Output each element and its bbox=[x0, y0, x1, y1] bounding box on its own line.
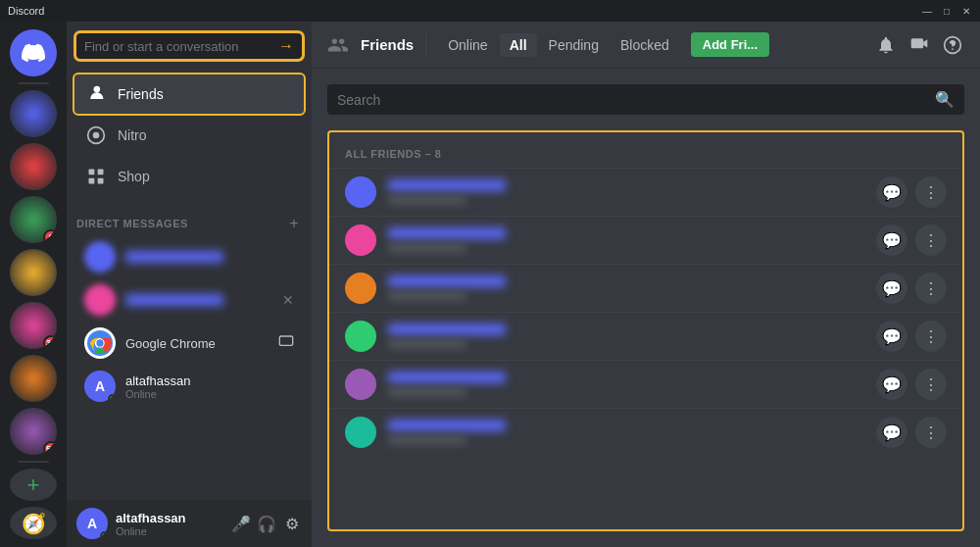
friend-more-button-1[interactable]: ⋮ bbox=[915, 176, 947, 208]
deafen-button[interactable]: 🎧 bbox=[257, 514, 276, 533]
dm-name-altaf: altafhassan bbox=[125, 373, 294, 388]
shop-label: Shop bbox=[118, 169, 150, 184]
server-icon-2[interactable] bbox=[10, 143, 57, 190]
svg-rect-11 bbox=[911, 38, 924, 48]
friend-more-button-5[interactable]: ⋮ bbox=[915, 369, 947, 400]
dm-name-2 bbox=[125, 294, 223, 306]
tab-blocked[interactable]: Blocked bbox=[611, 33, 679, 57]
friend-status-6 bbox=[388, 435, 466, 445]
add-friend-button[interactable]: Add Fri... bbox=[691, 32, 769, 57]
friend-avatar-6 bbox=[345, 417, 376, 448]
user-panel-info: altafhassan Online bbox=[116, 511, 223, 537]
friend-message-button-1[interactable]: 💬 bbox=[876, 176, 907, 208]
dm-search-input[interactable]: Find or start a conversation → bbox=[76, 33, 302, 59]
friend-message-button-3[interactable]: 💬 bbox=[876, 273, 907, 304]
nav-item-nitro[interactable]: Nitro bbox=[74, 116, 304, 155]
mute-button[interactable]: 🎤 bbox=[231, 514, 251, 533]
friend-info-4 bbox=[388, 323, 876, 349]
friend-avatar-1 bbox=[345, 176, 376, 208]
dm-info-2 bbox=[125, 294, 272, 306]
help-icon-button[interactable] bbox=[941, 33, 964, 57]
minimize-button[interactable]: — bbox=[921, 5, 933, 17]
friend-item-6[interactable]: 💬 ⋮ bbox=[329, 408, 962, 456]
friend-message-button-4[interactable]: 💬 bbox=[876, 321, 907, 352]
close-button[interactable]: ✕ bbox=[960, 5, 972, 17]
friend-actions-3: 💬 ⋮ bbox=[876, 273, 947, 304]
svg-rect-10 bbox=[279, 336, 292, 345]
compass-icon: 🧭 bbox=[22, 512, 46, 535]
explore-button[interactable]: 🧭 bbox=[10, 507, 57, 539]
friend-status-5 bbox=[388, 387, 466, 397]
discord-home-button[interactable]: ← bbox=[10, 29, 57, 76]
friend-message-button-6[interactable]: 💬 bbox=[876, 417, 907, 448]
server-badge-5: 33 bbox=[43, 335, 57, 349]
dm-item-1[interactable] bbox=[74, 235, 304, 278]
friends-search-input[interactable] bbox=[337, 92, 935, 108]
friends-content: 🔍 ALL FRIENDS – 8 💬 ⋮ bbox=[312, 69, 980, 547]
notification-icon-button[interactable] bbox=[874, 33, 898, 57]
friend-message-button-2[interactable]: 💬 bbox=[876, 224, 907, 256]
dm-info-chrome: Google Chrome bbox=[125, 336, 269, 351]
dm-item-altaf[interactable]: A altafhassan Online bbox=[74, 365, 304, 408]
dm-avatar-1 bbox=[84, 241, 116, 273]
friend-info-6 bbox=[388, 420, 876, 445]
friend-name-2 bbox=[388, 227, 506, 239]
friend-avatar-3 bbox=[345, 273, 376, 304]
server-icon-6[interactable] bbox=[10, 355, 57, 402]
friend-avatar-2 bbox=[345, 224, 376, 256]
nav-item-friends[interactable]: Friends bbox=[74, 75, 304, 114]
friend-actions-5: 💬 ⋮ bbox=[876, 369, 947, 400]
plus-icon: + bbox=[27, 472, 40, 498]
maximize-button[interactable]: □ bbox=[941, 5, 953, 17]
server-icon-1[interactable] bbox=[10, 90, 57, 137]
tab-all[interactable]: All bbox=[500, 33, 537, 57]
dm-close-2[interactable]: ✕ bbox=[282, 292, 294, 308]
friend-more-button-6[interactable]: ⋮ bbox=[915, 417, 947, 448]
friend-more-button-3[interactable]: ⋮ bbox=[915, 273, 947, 304]
dm-avatar-chrome bbox=[84, 327, 116, 359]
server-icon-4[interactable] bbox=[10, 249, 57, 296]
dm-item-chrome[interactable]: Google Chrome bbox=[74, 322, 304, 365]
friend-more-button-2[interactable]: ⋮ bbox=[915, 224, 947, 256]
server-icon-5[interactable]: 33 bbox=[10, 302, 57, 349]
friend-status-3 bbox=[388, 291, 466, 301]
tab-online[interactable]: Online bbox=[438, 33, 497, 57]
server-icon-7[interactable]: 50 bbox=[10, 408, 57, 455]
friend-name-1 bbox=[388, 179, 506, 191]
friend-item-2[interactable]: 💬 ⋮ bbox=[329, 216, 962, 264]
friend-item-1[interactable]: 💬 ⋮ bbox=[329, 168, 962, 216]
add-server-button[interactable]: + bbox=[10, 469, 57, 501]
friend-more-button-4[interactable]: ⋮ bbox=[915, 321, 947, 352]
svg-point-9 bbox=[96, 339, 103, 346]
friend-item-5[interactable]: 💬 ⋮ bbox=[329, 360, 962, 408]
search-icon: 🔍 bbox=[935, 90, 955, 109]
friend-item-3[interactable]: 💬 ⋮ bbox=[329, 264, 962, 312]
friend-message-button-5[interactable]: 💬 bbox=[876, 369, 907, 400]
nav-item-shop[interactable]: Shop bbox=[74, 157, 304, 196]
user-panel-name: altafhassan bbox=[116, 511, 223, 525]
user-panel: A altafhassan Online 🎤 🎧 ⚙ bbox=[67, 500, 312, 547]
friend-status-4 bbox=[388, 339, 466, 349]
altaf-status-dot bbox=[108, 394, 116, 402]
dm-section-header: Direct Messages + bbox=[67, 200, 312, 235]
friend-name-4 bbox=[388, 323, 506, 335]
friends-icon bbox=[84, 82, 108, 106]
friends-header: Friends Online All Pending Blocked Add F… bbox=[312, 22, 980, 69]
server-divider-2 bbox=[18, 461, 49, 463]
settings-button[interactable]: ⚙ bbox=[282, 514, 302, 533]
dm-add-button[interactable]: + bbox=[286, 216, 302, 231]
friend-item-4[interactable]: 💬 ⋮ bbox=[329, 312, 962, 360]
dm-item-2[interactable]: ✕ bbox=[74, 278, 304, 322]
server-icon-3[interactable]: 6 bbox=[10, 196, 57, 243]
dm-search-bar: Find or start a conversation → bbox=[67, 22, 312, 71]
tab-pending[interactable]: Pending bbox=[539, 33, 609, 57]
dm-status-altaf: Online bbox=[125, 388, 294, 400]
friend-name-6 bbox=[388, 420, 506, 431]
video-icon-button[interactable] bbox=[907, 33, 931, 57]
friend-info-5 bbox=[388, 372, 876, 397]
app-title: Discord bbox=[8, 5, 44, 17]
friend-name-5 bbox=[388, 372, 506, 383]
friends-nav-tabs: Online All Pending Blocked bbox=[438, 33, 679, 57]
all-friends-header: ALL FRIENDS – 8 bbox=[329, 140, 962, 168]
dm-chrome-icon[interactable] bbox=[278, 334, 294, 353]
